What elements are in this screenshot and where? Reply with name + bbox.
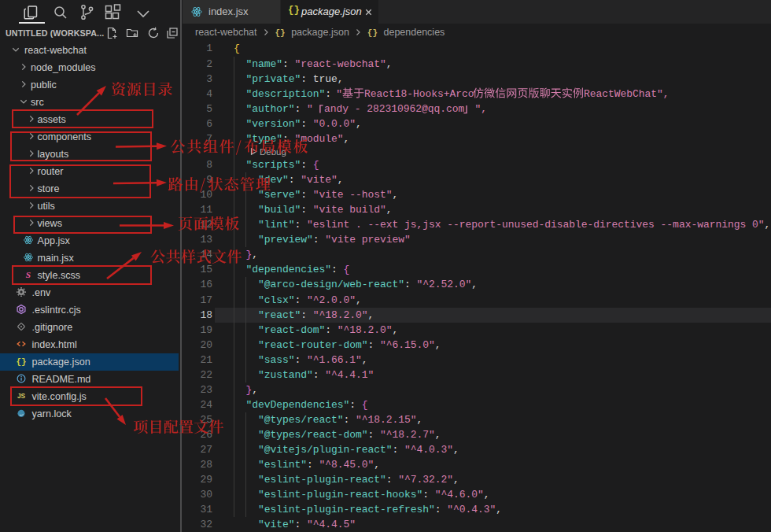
- svg-text:S: S: [25, 270, 30, 279]
- svg-text:JS: JS: [17, 392, 26, 400]
- svg-text:{}: {}: [16, 357, 26, 367]
